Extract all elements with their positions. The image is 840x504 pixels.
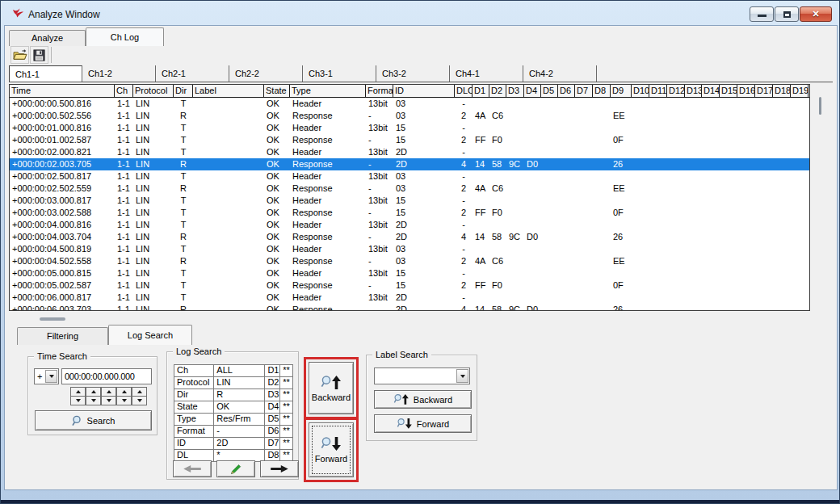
channel-tab-ch3-1[interactable]: Ch3-1 bbox=[303, 65, 376, 82]
param-value[interactable]: Res/Frm bbox=[214, 414, 265, 425]
spin-up-button[interactable] bbox=[116, 387, 132, 397]
table-row[interactable]: +000:00:01.002.5871-1LINTOKResponse-152F… bbox=[10, 134, 809, 146]
tab-ch-log[interactable]: Ch Log bbox=[86, 27, 164, 46]
log-cell: EE bbox=[611, 110, 632, 122]
next-result-button[interactable] bbox=[260, 460, 299, 477]
table-row[interactable]: +000:00:04.500.8191-1LINTOKHeader13bit03… bbox=[10, 243, 809, 255]
log-cell bbox=[541, 292, 558, 304]
spin-down-button[interactable] bbox=[101, 397, 116, 405]
channel-tab-ch2-2[interactable]: Ch2-2 bbox=[229, 65, 303, 82]
table-row[interactable]: +000:00:00.500.8161-1LINTOKHeader13bit03… bbox=[10, 98, 809, 110]
spin-down-button[interactable] bbox=[132, 397, 147, 405]
log-cell: 15 bbox=[393, 134, 455, 146]
table-row[interactable]: +000:00:05.002.5871-1LINTOKResponse-152F… bbox=[10, 279, 809, 292]
table-row[interactable]: +000:00:05.000.8151-1LINTOKHeader13bit15… bbox=[10, 267, 809, 279]
time-sign-combobox[interactable]: + bbox=[34, 368, 59, 384]
label-search-backward-button[interactable]: Backward bbox=[374, 390, 472, 409]
log-cell bbox=[193, 267, 264, 279]
param-value[interactable]: R bbox=[214, 389, 265, 401]
log-cell: 1-1 bbox=[115, 292, 133, 304]
log-cell: 13bit bbox=[366, 243, 393, 255]
log-cell: - bbox=[455, 122, 472, 134]
spin-up-button[interactable] bbox=[70, 387, 86, 397]
log-cell: 26 bbox=[611, 158, 632, 170]
table-row[interactable]: +000:00:04.502.5581-1LINROKResponse-0324… bbox=[10, 255, 809, 267]
table-row[interactable]: +000:00:00.502.5561-1LINROKResponse-0324… bbox=[10, 110, 809, 122]
table-row[interactable]: +000:00:04.000.8161-1LINTOKHeader13bit2D… bbox=[10, 219, 809, 231]
log-cell bbox=[558, 279, 575, 292]
table-row[interactable]: +000:00:04.003.7041-1LINROKResponse-2D41… bbox=[10, 231, 809, 243]
time-search-input[interactable]: 000:00:00.000.000 bbox=[61, 368, 152, 384]
param-value[interactable]: OK bbox=[214, 401, 265, 413]
log-cell: LIN bbox=[133, 279, 174, 292]
tab-filtering[interactable]: Filtering bbox=[17, 327, 108, 345]
spin-up-button[interactable] bbox=[101, 387, 116, 397]
param-d-value[interactable]: ** bbox=[280, 438, 292, 449]
channel-tab-ch4-2[interactable]: Ch4-2 bbox=[523, 65, 597, 82]
spin-up-button[interactable] bbox=[86, 387, 101, 397]
log-search-forward-button[interactable]: Forward bbox=[309, 422, 354, 477]
tab-log-search[interactable]: Log Search bbox=[108, 325, 192, 345]
log-cell: OK bbox=[264, 207, 290, 219]
channel-tab-ch2-1[interactable]: Ch2-1 bbox=[156, 65, 229, 82]
param-value[interactable]: ALL bbox=[214, 365, 265, 376]
param-value[interactable]: LIN bbox=[214, 377, 265, 388]
param-d-value[interactable]: ** bbox=[280, 414, 292, 425]
log-cell bbox=[755, 170, 773, 183]
save-button[interactable] bbox=[30, 46, 48, 64]
table-row[interactable]: +000:00:02.500.8171-1LINTOKHeader13bit03… bbox=[10, 170, 809, 183]
table-row[interactable]: +000:00:02.000.8211-1LINTOKHeader13bit2D… bbox=[10, 146, 809, 158]
time-search-button[interactable]: Search bbox=[35, 410, 152, 430]
param-d-value[interactable]: ** bbox=[280, 365, 292, 376]
log-cell bbox=[720, 110, 737, 122]
log-cell: +000:00:01.000.816 bbox=[10, 122, 115, 134]
log-cell bbox=[773, 292, 791, 304]
channel-tab-ch1-2[interactable]: Ch1-2 bbox=[82, 65, 156, 82]
table-row[interactable]: +000:00:03.002.5881-1LINTOKResponse-152F… bbox=[10, 207, 809, 219]
spin-up-button[interactable] bbox=[132, 387, 147, 397]
chevron-down-icon[interactable] bbox=[456, 369, 468, 383]
table-row[interactable]: +000:00:03.000.8171-1LINTOKHeader13bit15… bbox=[10, 195, 809, 207]
table-row[interactable]: +000:00:06.000.8171-1LINTOKHeader13bit2D… bbox=[10, 292, 809, 304]
channel-tab-ch1-1[interactable]: Ch1-1 bbox=[9, 65, 82, 82]
column-header-d10: D10 bbox=[632, 85, 649, 97]
horizontal-scrollbar-thumb[interactable] bbox=[40, 317, 65, 321]
log-cell bbox=[702, 122, 720, 134]
log-cell bbox=[773, 279, 791, 292]
minimize-button[interactable] bbox=[750, 6, 774, 22]
log-cell: - bbox=[455, 267, 472, 279]
spin-down-button[interactable] bbox=[86, 397, 101, 405]
table-row[interactable]: +000:00:06.003.7031-1LINROKResponse-2D41… bbox=[10, 304, 809, 311]
vertical-scrollbar-thumb[interactable] bbox=[819, 97, 821, 115]
spin-down-button[interactable] bbox=[116, 397, 132, 405]
param-d-value[interactable]: ** bbox=[280, 377, 292, 388]
spin-down-button[interactable] bbox=[70, 397, 86, 405]
log-cell bbox=[755, 304, 773, 311]
log-cell: Header bbox=[290, 170, 366, 183]
log-search-backward-button[interactable]: Backward bbox=[309, 362, 354, 414]
param-d-value[interactable]: ** bbox=[280, 450, 292, 461]
log-cell: 03 bbox=[393, 98, 455, 110]
maximize-button[interactable] bbox=[775, 6, 799, 22]
table-row[interactable]: +000:00:02.003.7051-1LINROKResponse-2D41… bbox=[10, 158, 809, 170]
log-cell: 14 bbox=[472, 304, 489, 311]
param-d-value[interactable]: ** bbox=[280, 389, 292, 401]
table-row[interactable]: +000:00:01.000.8161-1LINTOKHeader13bit15… bbox=[10, 122, 809, 134]
param-d-value[interactable]: ** bbox=[280, 426, 292, 437]
channel-tab-ch4-1[interactable]: Ch4-1 bbox=[450, 65, 523, 82]
param-d-value[interactable]: ** bbox=[280, 401, 292, 413]
edit-criteria-button[interactable] bbox=[216, 460, 255, 477]
log-cell: - bbox=[366, 134, 393, 146]
prev-result-button[interactable] bbox=[173, 460, 212, 477]
close-button[interactable]: ✕ bbox=[800, 6, 832, 22]
chevron-down-icon[interactable] bbox=[45, 370, 57, 383]
open-button[interactable] bbox=[10, 46, 29, 64]
label-search-forward-button[interactable]: Forward bbox=[374, 414, 472, 433]
channel-tab-ch3-2[interactable]: Ch3-2 bbox=[376, 65, 450, 82]
tab-analyze[interactable]: Analyze bbox=[9, 30, 86, 46]
param-value[interactable]: 2D bbox=[214, 438, 265, 449]
table-row[interactable]: +000:00:02.502.5591-1LINROKResponse-0324… bbox=[10, 183, 809, 195]
param-value[interactable]: - bbox=[214, 426, 265, 437]
param-value[interactable]: * bbox=[214, 450, 265, 461]
label-search-combobox[interactable] bbox=[374, 368, 470, 384]
